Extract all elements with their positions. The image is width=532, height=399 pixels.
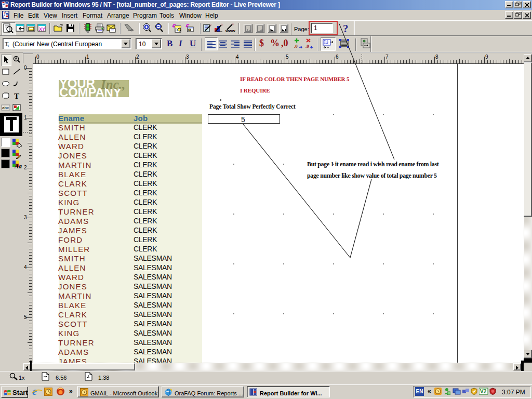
svg-text:T: T xyxy=(14,92,19,100)
svg-text:.0: .0 xyxy=(294,44,298,49)
svg-text:V2: V2 xyxy=(480,389,487,394)
svg-text:abc: abc xyxy=(2,105,9,110)
svg-text:XY: XY xyxy=(39,26,45,32)
svg-text:r: r xyxy=(8,43,9,47)
svg-text:www: www xyxy=(225,29,235,33)
svg-text:.0: .0 xyxy=(305,44,309,49)
